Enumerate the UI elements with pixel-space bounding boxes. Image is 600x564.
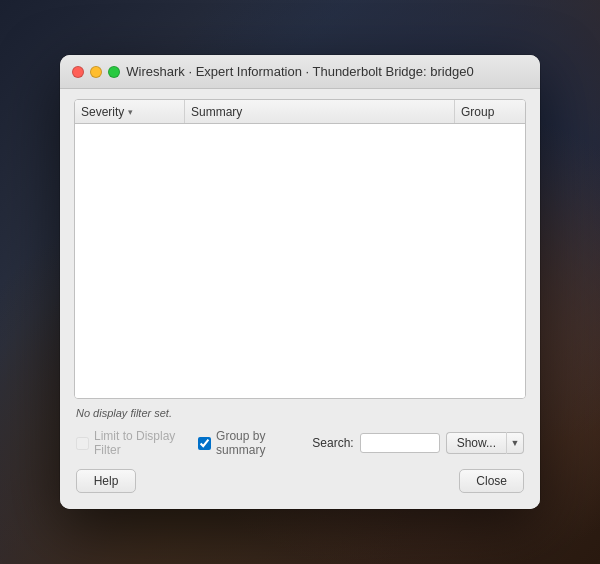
search-group: Search: Show... ▼ <box>312 432 524 454</box>
show-button[interactable]: Show... <box>446 432 506 454</box>
show-button-group: Show... ▼ <box>446 432 524 454</box>
search-input[interactable] <box>360 433 440 453</box>
severity-sort-icon: ▾ <box>128 107 133 117</box>
severity-column-header[interactable]: Severity ▾ <box>75 100 185 123</box>
help-button[interactable]: Help <box>76 469 136 493</box>
severity-label: Severity <box>81 105 124 119</box>
controls-row: Limit to Display Filter Group by summary… <box>74 425 526 461</box>
window-content: Severity ▾ Summary Group No display filt… <box>60 89 540 509</box>
close-button[interactable]: Close <box>459 469 524 493</box>
group-summary-checkbox[interactable] <box>198 437 211 450</box>
group-summary-label[interactable]: Group by summary <box>198 429 300 457</box>
group-column-header[interactable]: Group <box>455 100 525 123</box>
minimize-window-button[interactable] <box>90 66 102 78</box>
show-dropdown-arrow-icon: ▼ <box>511 438 520 448</box>
button-row: Help Close <box>74 461 526 495</box>
summary-label: Summary <box>191 105 242 119</box>
traffic-lights <box>72 66 120 78</box>
table-body <box>75 124 525 398</box>
summary-column-header[interactable]: Summary <box>185 100 455 123</box>
close-window-button[interactable] <box>72 66 84 78</box>
no-filter-text: No display filter set. <box>76 407 172 419</box>
search-label: Search: <box>312 436 353 450</box>
group-label: Group <box>461 105 494 119</box>
limit-filter-checkbox[interactable] <box>76 437 89 450</box>
window-title: Wireshark · Expert Information · Thunder… <box>126 64 473 79</box>
expert-info-table: Severity ▾ Summary Group <box>74 99 526 399</box>
show-dropdown-button[interactable]: ▼ <box>506 432 524 454</box>
maximize-window-button[interactable] <box>108 66 120 78</box>
limit-filter-label[interactable]: Limit to Display Filter <box>76 429 186 457</box>
titlebar: Wireshark · Expert Information · Thunder… <box>60 55 540 89</box>
status-bar: No display filter set. <box>74 399 526 425</box>
table-header: Severity ▾ Summary Group <box>75 100 525 124</box>
main-window: Wireshark · Expert Information · Thunder… <box>60 55 540 509</box>
